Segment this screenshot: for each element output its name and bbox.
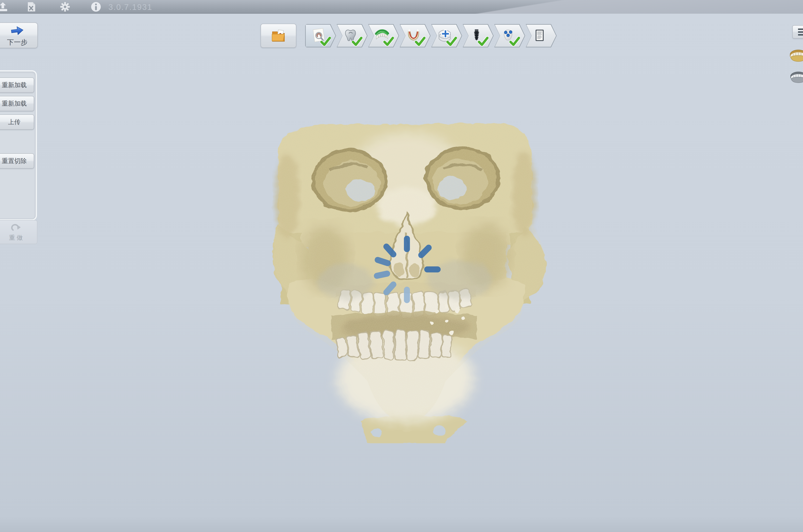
reset-cut-button[interactable]: 重置切除 [0,153,34,169]
lower-jaw-icon[interactable] [789,70,803,84]
bone-texture [273,123,546,423]
workflow-step-anchor-pins[interactable] [494,24,525,48]
app-version: 3.0.7.1931 [109,3,152,12]
workflow-step-gingiva-scan[interactable] [368,24,399,48]
reload-label: 重新加载 [2,99,27,108]
menu-icon [798,28,803,30]
workflow-steps [305,24,557,48]
case-folder-icon [270,27,287,44]
redo-label: 重 做 [9,234,23,242]
about-info-icon[interactable] [90,1,101,13]
settings-gear-icon[interactable] [59,1,71,13]
case-folder-button[interactable] [261,24,296,48]
next-step-button[interactable]: 下一步 [0,22,38,48]
step-check-icon [509,36,520,48]
view-menu-button[interactable] [792,25,803,39]
step-check-icon [415,36,425,48]
reset-cut-label: 重置切除 [2,157,27,165]
report-icon [533,27,547,44]
workflow-step-tooth-setup[interactable] [431,24,462,48]
step-check-icon [478,36,489,48]
upper-jaw-icon[interactable] [789,48,803,63]
workflow-step-model-scan[interactable] [337,24,367,48]
reload-button-2[interactable]: 重新加载 [0,96,34,111]
workflow-step-report[interactable] [526,24,557,48]
workflow-step-scan-image[interactable] [305,24,336,48]
tools-panel [0,72,36,219]
step-check-icon [351,36,362,48]
export-case-icon[interactable] [0,1,8,13]
topbar-sheen [341,0,803,14]
workflow-step-implant-planning[interactable] [463,24,494,48]
step-check-icon [446,36,457,48]
reload-button-1[interactable]: 重新加载 [0,77,34,93]
close-case-icon[interactable] [26,1,37,13]
next-arrow-icon [10,25,25,37]
workflow-step-mandible-nerve[interactable] [400,24,431,48]
upload-button[interactable]: 上传 [0,114,34,130]
skull-3d-render[interactable] [259,120,552,443]
redo-button[interactable]: 重 做 [0,220,37,244]
step-check-icon [383,36,394,48]
step-check-icon [320,36,331,48]
top-menubar: 3.0.7.1931 [0,0,803,14]
next-step-label: 下一步 [7,38,27,47]
redo-arrow-icon [10,223,21,233]
upload-label: 上传 [8,118,20,126]
application-window: 3.0.7.1931 下一步 重新加载 重新加载 上传 重置切除 [0,0,803,532]
reload-label: 重新加载 [2,81,27,89]
